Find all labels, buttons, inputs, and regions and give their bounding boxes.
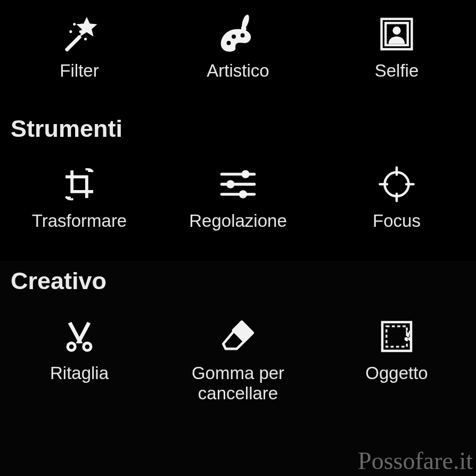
selfie-label: Selfie — [375, 61, 419, 81]
creative-row: Ritaglia Gomma per cancellare — [0, 312, 476, 406]
transform-label: Trasformare — [32, 211, 127, 231]
transform-button[interactable]: Trasformare — [0, 160, 159, 233]
svg-rect-29 — [387, 326, 407, 347]
eraser-button[interactable]: Gomma per cancellare — [159, 312, 317, 406]
svg-point-5 — [84, 38, 87, 40]
adjust-label: Regolazione — [189, 211, 286, 231]
adjust-button[interactable]: Regolazione — [159, 160, 317, 233]
tools-row: Trasformare Regolazione — [0, 160, 476, 233]
svg-point-13 — [241, 170, 249, 178]
target-icon — [377, 163, 416, 206]
selection-box-icon — [377, 315, 416, 358]
magic-wand-icon — [60, 13, 99, 55]
eraser-label: Gomma per cancellare — [164, 363, 312, 404]
svg-point-4 — [69, 30, 72, 33]
artistic-label: Artistico — [207, 61, 269, 81]
svg-rect-6 — [241, 27, 247, 31]
svg-point-24 — [85, 344, 90, 349]
focus-label: Focus — [373, 211, 421, 231]
svg-point-23 — [69, 344, 74, 349]
svg-point-3 — [79, 30, 82, 33]
filter-label: Filter — [60, 61, 99, 81]
svg-point-15 — [239, 190, 247, 198]
eraser-icon — [218, 315, 258, 358]
sliders-icon — [218, 163, 258, 206]
creative-heading: Creativo — [0, 233, 476, 312]
svg-rect-0 — [64, 35, 82, 52]
svg-point-30 — [405, 337, 408, 341]
artistic-button[interactable]: Artistico — [159, 10, 317, 83]
selfie-button[interactable]: Selfie — [317, 10, 476, 83]
svg-point-14 — [226, 180, 234, 188]
focus-button[interactable]: Focus — [317, 160, 476, 233]
svg-point-31 — [408, 337, 412, 341]
tools-heading: Strumenti — [0, 83, 476, 160]
watermark-text: Possofare.it — [358, 447, 473, 475]
svg-marker-1 — [76, 17, 97, 37]
portrait-icon — [378, 13, 415, 55]
crop-icon — [60, 163, 99, 206]
object-button[interactable]: Oggetto — [317, 312, 476, 406]
palette-icon — [218, 13, 258, 55]
svg-point-2 — [73, 23, 76, 26]
object-label: Oggetto — [365, 363, 428, 383]
svg-point-27 — [77, 337, 81, 340]
filter-button[interactable]: Filter — [0, 10, 159, 83]
cut-button[interactable]: Ritaglia — [0, 312, 159, 406]
svg-point-9 — [392, 27, 400, 35]
effects-row: Filter Artistico — [0, 10, 476, 83]
cut-label: Ritaglia — [50, 363, 109, 383]
scissors-icon — [61, 315, 97, 358]
